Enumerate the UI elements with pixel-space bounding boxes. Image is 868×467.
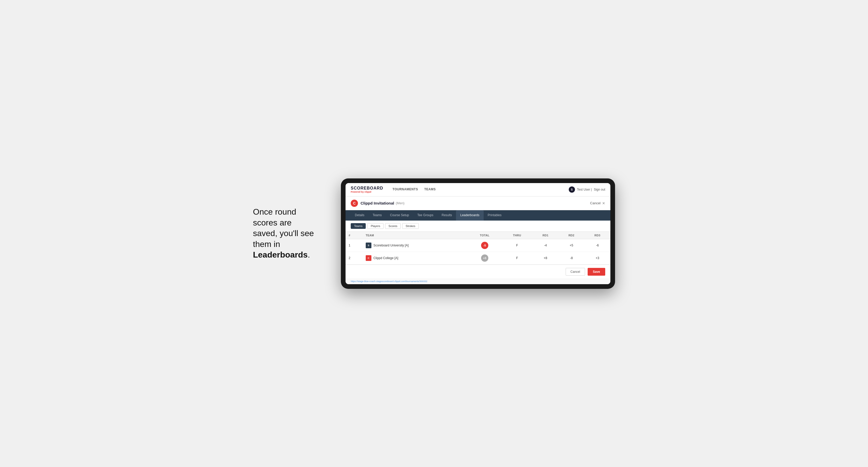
row2-rd1: +8 (532, 252, 558, 264)
row1-team-logo: S (366, 243, 371, 248)
row1-rd2: +5 (558, 239, 584, 252)
bottom-bar: Cancel Save (345, 264, 610, 279)
leaderboard-table: # TEAM TOTAL THRU RD1 RD2 RD3 1 (345, 232, 610, 264)
filter-scores-button[interactable]: Scores (385, 223, 401, 229)
tab-printables[interactable]: Printables (484, 210, 506, 221)
user-name: Test User | (577, 188, 592, 191)
sign-out-link[interactable]: Sign out (594, 188, 605, 191)
table-row: 2 C Clippd College [A] +3 F (345, 252, 610, 264)
left-text-bold: Leaderboards (253, 250, 308, 259)
tab-tee-groups[interactable]: Tee Groups (413, 210, 437, 221)
row1-total-badge: -5 (481, 242, 488, 249)
tournament-subtitle: (Men) (396, 201, 404, 205)
content-area: # TEAM TOTAL THRU RD1 RD2 RD3 1 (345, 232, 610, 264)
row2-team-name-cell: C Clippd College [A] (366, 255, 465, 261)
col-rd1: RD1 (532, 232, 558, 239)
row2-team: C Clippd College [A] (363, 252, 468, 264)
row2-rd2: -8 (558, 252, 584, 264)
tab-teams[interactable]: Teams (369, 210, 386, 221)
row1-total: -5 (468, 239, 502, 252)
left-text-line2: scores are (253, 218, 291, 227)
tablet-screen: SCOREBOARD Powered by clippd TOURNAMENTS… (345, 183, 610, 284)
logo-area: SCOREBOARD Powered by clippd (351, 186, 383, 193)
row2-team-name: Clippd College [A] (373, 256, 398, 260)
col-team: TEAM (363, 232, 468, 239)
row2-team-logo: C (366, 255, 371, 261)
col-rd3: RD3 (585, 232, 610, 239)
table-header-row: # TEAM TOTAL THRU RD1 RD2 RD3 (345, 232, 610, 239)
user-avatar: S (569, 186, 575, 193)
tournament-header: C Clippd Invitational (Men) Cancel ✕ (345, 196, 610, 210)
tab-leaderboards[interactable]: Leaderboards (456, 210, 484, 221)
row1-rd3: -6 (585, 239, 610, 252)
tournament-title: Clippd Invitational (361, 201, 394, 205)
tab-details[interactable]: Details (351, 210, 369, 221)
left-text-block: Once round scores are saved, you'll see … (253, 207, 326, 260)
row1-rd1: -4 (532, 239, 558, 252)
filter-players-button[interactable]: Players (367, 223, 383, 229)
left-text-suffix: . (308, 250, 310, 259)
col-rd2: RD2 (558, 232, 584, 239)
tournament-icon: C (351, 199, 358, 207)
col-thru: THRU (501, 232, 532, 239)
row1-team-name: Scoreboard University [A] (373, 244, 409, 247)
row2-total: +3 (468, 252, 502, 264)
logo-powered: Powered by clippd (351, 191, 383, 193)
row1-team-name-cell: S Scoreboard University [A] (366, 243, 465, 248)
tab-navigation: Details Teams Course Setup Tee Groups Re… (345, 210, 610, 221)
col-total: TOTAL (468, 232, 502, 239)
filter-strokes-button[interactable]: Strokes (402, 223, 418, 229)
left-text-line4: them in (253, 240, 280, 249)
row2-rd3: +3 (585, 252, 610, 264)
filter-bar: Teams Players Scores Strokes (345, 221, 610, 232)
row1-rank: 1 (345, 239, 363, 252)
tablet-frame: SCOREBOARD Powered by clippd TOURNAMENTS… (341, 179, 615, 289)
close-icon: ✕ (602, 201, 605, 205)
cancel-top-button[interactable]: Cancel ✕ (590, 201, 605, 205)
page-wrapper: Once round scores are saved, you'll see … (253, 179, 615, 289)
filter-teams-button[interactable]: Teams (351, 223, 366, 229)
tab-results[interactable]: Results (437, 210, 456, 221)
col-rank: # (345, 232, 363, 239)
logo-brand: clippd (365, 191, 371, 193)
tab-course-setup[interactable]: Course Setup (386, 210, 413, 221)
row2-total-badge: +3 (481, 254, 488, 262)
logo-main: SCOREBOARD (351, 186, 383, 191)
row2-rank: 2 (345, 252, 363, 264)
table-row: 1 S Scoreboard University [A] -5 F (345, 239, 610, 252)
row1-team: S Scoreboard University [A] (363, 239, 468, 252)
cancel-button[interactable]: Cancel (566, 268, 585, 276)
row2-thru: F (501, 252, 532, 264)
nav-right: S Test User | Sign out (569, 186, 605, 193)
save-button[interactable]: Save (588, 268, 605, 276)
left-text-line3: saved, you'll see (253, 228, 314, 238)
cancel-top-label: Cancel (590, 201, 600, 205)
nav-tournaments[interactable]: TOURNAMENTS (393, 186, 418, 193)
row1-thru: F (501, 239, 532, 252)
nav-teams[interactable]: TEAMS (424, 186, 436, 193)
left-text-line1: Once round (253, 207, 296, 216)
top-nav: SCOREBOARD Powered by clippd TOURNAMENTS… (345, 183, 610, 196)
url-bar: https://stage-blue-coach.stagescoreboard… (345, 279, 610, 284)
